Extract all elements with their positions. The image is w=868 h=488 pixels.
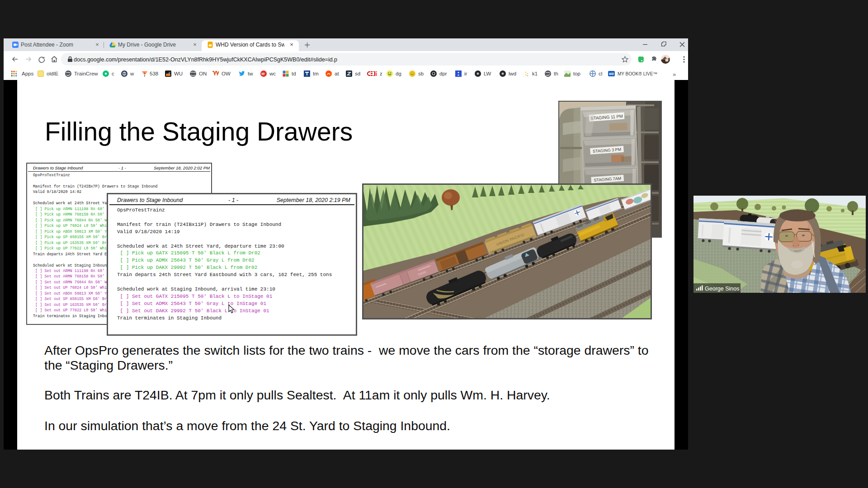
svg-text:George Sinos: George Sinos (705, 286, 739, 292)
svg-text:WD: WD (609, 72, 614, 75)
